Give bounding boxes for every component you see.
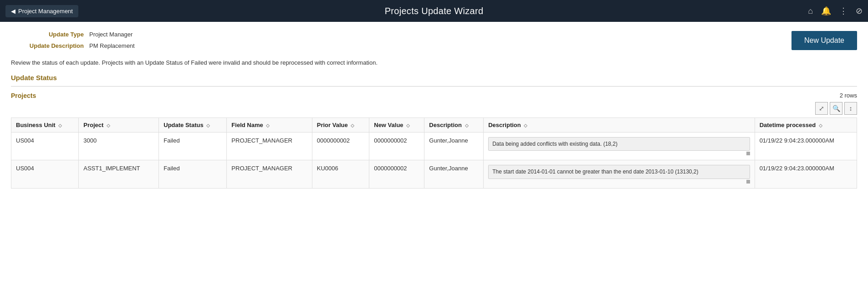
tooltip-box-1: Data being added conflicts with existing…	[488, 137, 750, 151]
update-type-label: Update Type	[11, 31, 84, 38]
section-divider	[11, 86, 857, 87]
disable-icon[interactable]: ⊘	[856, 6, 863, 16]
cell-new-value-2: 0000000002	[369, 160, 424, 189]
review-text: Review the status of each update. Projec…	[11, 58, 857, 67]
sort-new-value-icon: ◇	[406, 123, 410, 128]
cell-business-unit-1: US004	[11, 132, 79, 160]
sort-project-icon: ◇	[107, 123, 110, 128]
form-info: Update Type Project Manager Update Descr…	[11, 31, 135, 49]
cell-new-value-1: 0000000002	[369, 132, 424, 160]
update-description-value: PM Replacement	[89, 42, 135, 49]
update-type-value: Project Manager	[89, 31, 133, 38]
cell-update-status-1: Failed	[159, 132, 227, 160]
expand-icon: ⤢	[819, 105, 824, 112]
col-datetime[interactable]: Datetime processed ◇	[755, 117, 857, 132]
projects-header: Projects 2 rows	[11, 92, 857, 99]
cell-description-short-2: Gunter,Joanne	[424, 160, 484, 189]
header-icons: ⌂ 🔔 ⋮ ⊘	[808, 6, 863, 16]
header: ◀ Project Management Projects Update Wiz…	[0, 0, 868, 22]
sort-prior-value-icon: ◇	[351, 123, 354, 128]
cell-field-name-1: PROJECT_MANAGER	[227, 132, 312, 160]
cell-description-long-1: Data being added conflicts with existing…	[484, 132, 755, 160]
sort-description-short-icon: ◇	[465, 123, 469, 128]
cell-project-2: ASST1_IMPLEMENT	[79, 160, 159, 189]
col-update-status[interactable]: Update Status ◇	[159, 117, 227, 132]
cell-prior-value-2: KU0006	[312, 160, 369, 189]
cell-business-unit-2: US004	[11, 160, 79, 189]
cell-update-status-2: Failed	[159, 160, 227, 189]
cell-datetime-2: 01/19/22 9:04:23.000000AM	[755, 160, 857, 189]
projects-title: Projects	[11, 92, 36, 99]
update-description-label: Update Description	[11, 42, 84, 49]
cell-project-1: 3000	[79, 132, 159, 160]
sort-icon: ↕	[849, 105, 853, 112]
rows-count: 2 rows	[840, 92, 857, 99]
back-label: Project Management	[18, 8, 73, 15]
expand-button[interactable]: ⤢	[815, 102, 828, 115]
col-description-long[interactable]: Description ◇	[484, 117, 755, 132]
col-description-short[interactable]: Description ◇	[424, 117, 484, 132]
update-status-title: Update Status	[11, 74, 857, 82]
col-business-unit[interactable]: Business Unit ◇	[11, 117, 79, 132]
cell-datetime-1: 01/19/22 9:04:23.000000AM	[755, 132, 857, 160]
update-description-row: Update Description PM Replacement	[11, 42, 135, 49]
projects-table: Business Unit ◇ Project ◇ Update Status …	[11, 117, 857, 189]
table-body: US004 3000 Failed PROJECT_MANAGER 000000…	[11, 132, 857, 189]
col-project[interactable]: Project ◇	[79, 117, 159, 132]
resize-handle-1[interactable]	[746, 152, 750, 155]
back-button[interactable]: ◀ Project Management	[5, 5, 78, 17]
sort-update-status-icon: ◇	[206, 123, 210, 128]
bell-icon[interactable]: 🔔	[821, 6, 831, 16]
sort-datetime-icon: ◇	[819, 123, 822, 128]
table-header: Business Unit ◇ Project ◇ Update Status …	[11, 117, 857, 132]
page-title: Projects Update Wizard	[385, 6, 484, 16]
col-prior-value[interactable]: Prior Value ◇	[312, 117, 369, 132]
back-icon: ◀	[11, 8, 15, 15]
table-row: US004 3000 Failed PROJECT_MANAGER 000000…	[11, 132, 857, 160]
more-icon[interactable]: ⋮	[839, 6, 848, 16]
home-icon[interactable]: ⌂	[808, 6, 813, 16]
sort-description-long-icon: ◇	[524, 123, 527, 128]
sort-business-unit-icon: ◇	[58, 123, 62, 128]
resize-handle-2[interactable]	[746, 180, 750, 184]
col-new-value[interactable]: New Value ◇	[369, 117, 424, 132]
table-toolbar: ⤢ 🔍 ↕	[11, 102, 857, 115]
main-content: Update Type Project Manager Update Descr…	[0, 22, 868, 198]
sort-field-name-icon: ◇	[266, 123, 270, 128]
search-button[interactable]: 🔍	[830, 102, 842, 115]
tooltip-box-2: The start date 2014-01-01 cannot be grea…	[488, 165, 750, 179]
cell-prior-value-1: 0000000002	[312, 132, 369, 160]
cell-field-name-2: PROJECT_MANAGER	[227, 160, 312, 189]
new-update-button[interactable]: New Update	[791, 31, 857, 50]
update-type-row: Update Type Project Manager	[11, 31, 135, 38]
sort-button[interactable]: ↕	[844, 102, 857, 115]
col-field-name[interactable]: Field Name ◇	[227, 117, 312, 132]
cell-description-short-1: Gunter,Joanne	[424, 132, 484, 160]
cell-description-long-2: The start date 2014-01-01 cannot be grea…	[484, 160, 755, 189]
search-icon: 🔍	[832, 105, 840, 112]
table-row: US004 ASST1_IMPLEMENT Failed PROJECT_MAN…	[11, 160, 857, 189]
